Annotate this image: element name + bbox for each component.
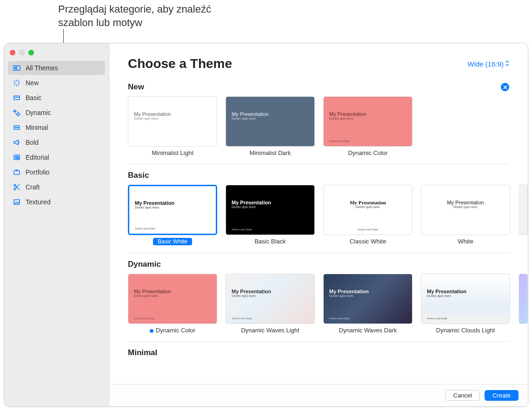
svg-rect-0 <box>13 66 16 67</box>
theme-label: Dynamic Color <box>150 327 195 334</box>
sidebar-item-label: All Themes <box>26 64 58 72</box>
sidebar-item-label: Dynamic <box>26 109 51 116</box>
content-scroll[interactable]: Choose a Theme Wide (16:9) New <box>109 43 528 384</box>
sidebar-item-all-themes[interactable]: All Themes <box>8 61 105 75</box>
theme-label: White <box>458 238 473 245</box>
aspect-ratio-dropdown[interactable]: Wide (16:9) <box>467 60 509 68</box>
theme-dynamic-waves-dark[interactable]: My PresentationDonec quis nuncAuthor and… <box>323 274 412 334</box>
section-title-minimal: Minimal <box>128 348 157 357</box>
theme-overflow-peek[interactable] <box>519 274 528 334</box>
megaphone-icon <box>13 138 21 147</box>
sidebar-item-label: Craft <box>26 183 40 191</box>
briefcase-icon <box>13 168 21 176</box>
aspect-ratio-label: Wide (16:9) <box>467 60 504 68</box>
svg-rect-2 <box>13 68 16 70</box>
dots-icon <box>13 123 21 132</box>
sidebar-item-portfolio[interactable]: Portfolio <box>8 165 105 179</box>
window-minimize-button[interactable] <box>19 50 25 55</box>
footer-bar: Cancel Create <box>109 384 528 406</box>
section-basic: Basic My PresentationDonec quis nuncAuth… <box>128 171 528 245</box>
sidebar-item-label: Editorial <box>26 154 49 161</box>
window-traffic-lights <box>4 46 109 61</box>
sparkle-icon <box>13 79 21 87</box>
section-divider <box>128 164 509 164</box>
theme-label: Dynamic Color <box>348 149 387 156</box>
svg-point-16 <box>14 188 16 190</box>
chevron-updown-icon <box>505 61 509 67</box>
theme-label: Classic White <box>350 238 386 245</box>
section-title-new: New <box>128 82 144 92</box>
theme-label: Minimalist Dark <box>250 149 291 156</box>
theme-minimalist-dark[interactable]: My PresentationDonec quis nunc Minimalis… <box>226 96 315 156</box>
sidebar-item-basic[interactable]: Basic <box>8 91 105 105</box>
svg-point-7 <box>16 127 17 128</box>
create-button[interactable]: Create <box>485 390 519 401</box>
theme-basic-white[interactable]: My PresentationDonec quis nuncAuthor and… <box>128 185 217 245</box>
sidebar-item-dynamic[interactable]: Dynamic <box>8 106 105 120</box>
section-minimal: Minimal <box>128 348 528 357</box>
sidebar-item-bold[interactable]: Bold <box>8 135 105 149</box>
sidebar-item-textured[interactable]: Textured <box>8 195 105 209</box>
svg-point-15 <box>14 184 16 186</box>
theme-label: Minimalist Light <box>152 149 193 156</box>
sidebar-item-label: New <box>26 79 39 87</box>
theme-dynamic-waves-light[interactable]: My PresentationDonec quis nuncAuthor and… <box>226 274 315 334</box>
sidebar-item-label: Portfolio <box>26 168 49 176</box>
section-new: New My PresentationDonec quis nunc Minim… <box>128 82 528 156</box>
sidebar-item-new[interactable]: New <box>8 76 105 90</box>
sidebar-item-label: Minimal <box>26 124 48 131</box>
theme-label: Dynamic Waves Dark <box>339 327 397 334</box>
cancel-button[interactable]: Cancel <box>446 390 480 401</box>
sidebar-item-craft[interactable]: Craft <box>8 180 105 194</box>
theme-classic-white[interactable]: My PresentationDonec quis nuncAuthor and… <box>323 185 412 245</box>
svg-rect-1 <box>17 66 20 70</box>
main-area: Choose a Theme Wide (16:9) New <box>109 43 528 406</box>
sidebar-item-minimal[interactable]: Minimal <box>8 121 105 135</box>
theme-dynamic-color-new[interactable]: My PresentationDonec quis nuncAuthor and… <box>323 96 412 156</box>
theme-minimalist-light[interactable]: My PresentationDonec quis nunc Minimalis… <box>128 96 217 156</box>
svg-point-6 <box>15 127 16 128</box>
sidebar-item-label: Textured <box>26 198 51 206</box>
svg-rect-13 <box>17 157 19 159</box>
section-title-basic: Basic <box>128 171 149 180</box>
stars-icon <box>13 108 21 117</box>
dismiss-new-icon[interactable] <box>501 83 509 91</box>
svg-rect-3 <box>14 96 20 100</box>
window-close-button[interactable] <box>10 50 15 55</box>
texture-icon <box>13 198 21 206</box>
all-themes-icon <box>13 64 21 72</box>
sidebar-item-label: Basic <box>26 94 41 101</box>
theme-label: Dynamic Clouds Light <box>436 327 495 334</box>
section-title-dynamic: Dynamic <box>128 260 161 269</box>
theme-dynamic-color[interactable]: My PresentationDonec quis nuncAuthor and… <box>128 274 217 334</box>
theme-label-selected: Basic White <box>153 238 192 245</box>
newspaper-icon <box>13 153 21 162</box>
sidebar: All Themes New Basic Dynamic Minimal Bol… <box>4 43 109 406</box>
section-dynamic: Dynamic My PresentationDonec quis nuncAu… <box>128 260 528 334</box>
theme-dynamic-clouds-light[interactable]: My PresentationDonec quis nuncAuthor and… <box>421 274 510 334</box>
rectangle-icon <box>13 94 21 102</box>
theme-chooser-window: All Themes New Basic Dynamic Minimal Bol… <box>4 43 528 407</box>
theme-label: Dynamic Waves Light <box>241 327 299 334</box>
new-indicator-dot-icon <box>150 329 153 333</box>
section-divider <box>128 253 509 253</box>
theme-overflow-peek[interactable] <box>519 185 528 245</box>
theme-label: Basic Black <box>254 238 286 245</box>
window-zoom-button[interactable] <box>28 50 34 55</box>
theme-white[interactable]: My PresentationDonec quis nunc White <box>421 185 510 245</box>
scissors-icon <box>13 183 21 191</box>
annotation-text: Przeglądaj kategorie, aby znaleźć szablo… <box>58 3 226 29</box>
page-title: Choose a Theme <box>128 56 232 71</box>
section-divider <box>128 341 509 342</box>
sidebar-item-label: Bold <box>26 139 39 146</box>
svg-point-8 <box>18 127 19 128</box>
sidebar-item-editorial[interactable]: Editorial <box>8 150 105 164</box>
sidebar-list: All Themes New Basic Dynamic Minimal Bol… <box>4 61 109 209</box>
theme-basic-black[interactable]: My PresentationDonec quis nuncAuthor and… <box>226 185 315 245</box>
svg-rect-14 <box>14 171 20 175</box>
